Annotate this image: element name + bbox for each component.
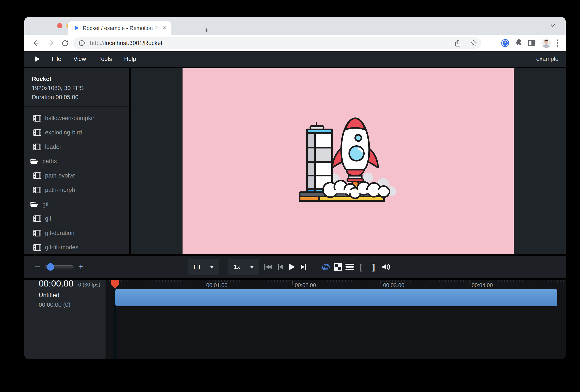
composition-info: Rocket 1920x1080, 30 FPS Duration 00:05.…: [24, 68, 129, 101]
previous-frame-button[interactable]: [276, 264, 284, 270]
sidebar-item-halloween-pumpkin[interactable]: halloween-pumpkin: [24, 111, 129, 125]
ruler-tick: [204, 281, 204, 284]
close-tab-icon[interactable]: ✕: [162, 25, 167, 31]
timeline-panel: 00:00.000 (30 fps) Untitled 00:00.00 (0)…: [24, 280, 566, 359]
sidebar-folder-gif[interactable]: gif: [24, 197, 129, 211]
film-icon: [33, 172, 41, 179]
sidebar-divider: [24, 106, 129, 107]
site-info-icon[interactable]: [79, 40, 85, 46]
composition-name: Rocket: [32, 76, 129, 82]
profile-avatar[interactable]: [541, 38, 551, 48]
current-time-display: 00:00.00: [39, 278, 74, 289]
playhead-line[interactable]: [115, 280, 115, 359]
rocket-illustration: [297, 112, 399, 210]
tab-search-chevron-icon[interactable]: [550, 24, 555, 27]
film-icon: [33, 230, 41, 237]
back-icon[interactable]: [33, 39, 40, 47]
extensions-puzzle-icon[interactable]: [515, 39, 523, 47]
forward-icon[interactable]: [47, 39, 54, 47]
onepassword-icon[interactable]: [501, 39, 510, 47]
url-bar[interactable]: http://localhost:3001/Rocket: [73, 37, 481, 49]
sidebar-item-path-morph[interactable]: path-morph: [24, 183, 129, 197]
chevron-down-icon: [250, 265, 254, 268]
menu-item-tools[interactable]: Tools: [98, 56, 112, 62]
film-icon: [33, 129, 41, 136]
browser-titlebar: Rocket / example - Remotion P ✕ +: [24, 17, 566, 35]
playback-speed-dropdown[interactable]: 1x: [228, 259, 259, 275]
sidebar-folder-paths[interactable]: paths: [24, 154, 129, 168]
menu-item-file[interactable]: File: [52, 56, 61, 62]
close-window-button[interactable]: [57, 23, 62, 28]
browser-tab[interactable]: Rocket / example - Remotion P ✕: [68, 21, 171, 35]
browser-window: Rocket / example - Remotion P ✕ +: [24, 17, 566, 359]
url-text: http://localhost:3001/Rocket: [90, 40, 454, 47]
sidebar-item-path-evolve[interactable]: path-evolve: [24, 168, 129, 183]
kebab-menu-icon[interactable]: [557, 39, 559, 47]
open-folder-icon: [30, 201, 39, 208]
bookmark-star-icon[interactable]: [470, 40, 477, 47]
share-icon[interactable]: [454, 39, 461, 47]
play-button[interactable]: [288, 263, 296, 271]
timeline-zoom-slider-thumb[interactable]: [47, 263, 54, 271]
transparency-checkerboard-button[interactable]: [334, 263, 342, 271]
preview-canvas: [182, 68, 514, 254]
playhead-handle[interactable]: [111, 280, 119, 289]
ruler-label: 00:02.00: [295, 282, 316, 288]
skip-to-end-button[interactable]: [300, 264, 307, 270]
composition-resolution: 1920x1080, 30 FPS: [32, 85, 129, 92]
track-duration: 00:00.00 (0): [39, 301, 106, 308]
timeline-zoom-out-button[interactable]: [35, 266, 40, 267]
chevron-down-icon: [210, 265, 214, 268]
canvas-size-dropdown[interactable]: Fit: [188, 259, 219, 275]
remotion-favicon-icon: [74, 25, 79, 31]
timeline-zoom-in-button[interactable]: +: [78, 262, 84, 271]
film-icon: [33, 187, 41, 193]
in-point-button[interactable]: [: [360, 263, 363, 271]
ruler-tick: [381, 281, 381, 284]
compositions-sidebar: Rocket 1920x1080, 30 FPS Duration 00:05.…: [24, 68, 129, 254]
menu-item-help[interactable]: Help: [124, 56, 137, 62]
sidebar-toggle-icon[interactable]: [528, 40, 536, 47]
ruler-label: 00:01.00: [206, 282, 227, 288]
film-icon: [33, 215, 41, 222]
composition-list: halloween-pumpkin exploding-bird loader …: [24, 111, 129, 254]
new-tab-button[interactable]: +: [203, 26, 210, 34]
ruler-tick: [292, 281, 292, 284]
composition-duration: Duration 00:05.00: [32, 94, 129, 101]
volume-button[interactable]: [382, 263, 391, 271]
tab-title: Rocket / example - Remotion P: [83, 25, 160, 31]
remotion-menu-bar: File View Tools Help example: [24, 51, 566, 67]
project-name-label: example: [536, 56, 559, 62]
loop-button[interactable]: [320, 263, 331, 271]
timeline-track-bar[interactable]: [115, 289, 557, 306]
menu-item-view[interactable]: View: [74, 56, 86, 62]
ruler-tick: [469, 281, 469, 284]
timeline-rows-button[interactable]: [345, 263, 354, 270]
ruler-label: 00:03.00: [383, 282, 404, 288]
preview-panel: [131, 68, 566, 254]
frame-counter: 0 (30 fps): [78, 282, 100, 288]
panel-divider[interactable]: [129, 68, 131, 254]
reload-icon[interactable]: [61, 39, 69, 47]
timeline-track-area[interactable]: 00:01.00 00:02.00 00:03.00 00:04.00: [106, 280, 566, 359]
film-icon: [33, 143, 41, 150]
open-folder-icon: [30, 158, 39, 165]
timeline-info-column: 00:00.000 (30 fps) Untitled 00:00.00 (0): [24, 280, 106, 359]
track-name[interactable]: Untitled: [39, 292, 106, 299]
sidebar-item-gif-fill-modes[interactable]: gif-fill-modes: [24, 240, 129, 254]
browser-toolbar: http://localhost:3001/Rocket: [24, 35, 566, 51]
skip-to-start-button[interactable]: [264, 264, 273, 270]
sidebar-item-loader[interactable]: loader: [24, 140, 129, 154]
playback-controls-bar: + Fit 1x: [24, 256, 566, 278]
film-icon: [33, 115, 41, 122]
out-point-button[interactable]: ]: [372, 263, 375, 271]
desktop-background: Rocket / example - Remotion P ✕ +: [0, 0, 580, 392]
sidebar-item-gif[interactable]: gif: [24, 211, 129, 226]
sidebar-item-gif-duration[interactable]: gif-duration: [24, 226, 129, 240]
ruler-label: 00:04.00: [472, 282, 493, 288]
film-icon: [33, 244, 41, 251]
main-content: Rocket 1920x1080, 30 FPS Duration 00:05.…: [24, 68, 566, 254]
remotion-logo-icon[interactable]: [33, 56, 40, 62]
sidebar-item-exploding-bird[interactable]: exploding-bird: [24, 125, 129, 140]
